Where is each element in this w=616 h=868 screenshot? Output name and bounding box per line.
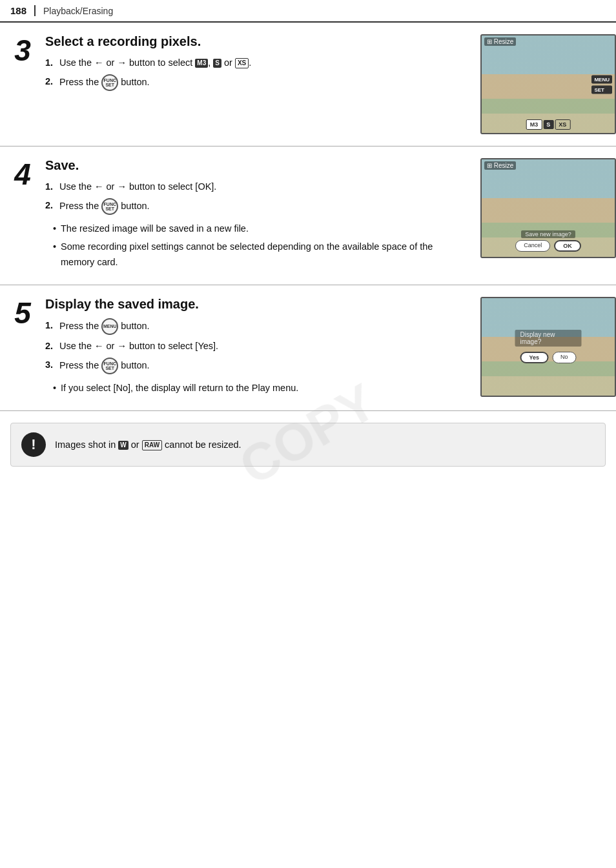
- arrow-right-icon-4: →: [117, 181, 127, 192]
- step-4-instruction-1: 1. Use the ← or → button to select [OK].: [45, 179, 457, 194]
- func-set-button-icon-5: FUNCSET: [101, 358, 118, 374]
- step-4-screen: ⊞ Resize Save new image? Cancel OK: [480, 158, 616, 258]
- menu-buttons-3: MENU SET: [591, 75, 612, 94]
- step-5-image: Display new image? Yes No: [467, 297, 616, 399]
- w-badge: W: [118, 441, 128, 450]
- step-4-image: ⊞ Resize Save new image? Cancel OK: [467, 158, 616, 273]
- s-pixel-badge: S: [543, 120, 553, 129]
- save-dialog-label: Save new image?: [521, 230, 575, 238]
- page-title: Playback/Erasing: [43, 6, 113, 16]
- step-5-number: 5: [0, 297, 45, 399]
- ok-dialog-btn: OK: [554, 240, 581, 252]
- step-3-instruction-2: 2. Press the FUNCSET button.: [45, 74, 457, 91]
- func-set-button-icon-4: FUNCSET: [101, 198, 118, 215]
- cancel-dialog-btn: Cancel: [515, 240, 550, 252]
- step-5-bullets: If you select [No], the display will ret…: [45, 381, 457, 396]
- note-box: ! Images shot in W or RAW cannot be resi…: [10, 423, 606, 467]
- set-button: SET: [591, 85, 612, 94]
- step-5-bullet-1: If you select [No], the display will ret…: [53, 381, 457, 396]
- arrow-left-icon: ←: [94, 57, 104, 68]
- step-4-number: 4: [0, 158, 45, 273]
- pixel-bottom-bar: M3 S XS: [526, 119, 571, 130]
- arrow-left-icon-5: ←: [94, 341, 104, 351]
- step-5-body: Display the saved image. 1. Press the ME…: [45, 297, 467, 399]
- no-dialog-btn: No: [552, 352, 577, 363]
- step-3-instruction-1: 1. Use the ← or → button to select M3, S…: [45, 56, 457, 70]
- raw-badge: RAW: [142, 440, 162, 450]
- step-5-instruction-2: 2. Use the ← or → button to select [Yes]…: [45, 339, 457, 354]
- screen-resize-label-4: ⊞ Resize: [484, 161, 516, 170]
- step-4-title: Save.: [45, 158, 457, 173]
- step-3-screen: ⊞ Resize MENU SET M3 S XS: [480, 34, 616, 134]
- save-dialog-buttons: Cancel OK: [515, 240, 581, 252]
- main-content: 3 Select a recording pixels. 1. Use the …: [0, 23, 616, 491]
- step-4-bullets: The resized image will be saved in a new…: [45, 221, 457, 270]
- xs-pixel-badge: XS: [555, 119, 570, 130]
- step-4-row: 4 Save. 1. Use the ← or → button to sele…: [0, 146, 616, 285]
- step-5-title: Display the saved image.: [45, 297, 457, 312]
- note-icon: !: [21, 432, 46, 457]
- step-4-bullet-1: The resized image will be saved in a new…: [53, 221, 457, 236]
- arrow-left-icon-4: ←: [94, 181, 104, 192]
- menu-circle-icon: MENU: [101, 318, 118, 335]
- page-number: 188: [10, 5, 36, 16]
- m3-pixel-badge: M3: [526, 119, 542, 130]
- step-3-number: 3: [0, 34, 45, 134]
- step-5-row: 5 Display the saved image. 1. Press the …: [0, 285, 616, 411]
- step-4-bullet-2: Some recording pixel settings cannot be …: [53, 239, 457, 269]
- menu-button: MENU: [591, 75, 612, 83]
- m3-badge: M3: [195, 59, 208, 68]
- step-5-instruction-3: 3. Press the FUNCSET button.: [45, 358, 457, 374]
- step-3-body: Select a recording pixels. 1. Use the ← …: [45, 34, 467, 134]
- yes-dialog-btn: Yes: [520, 352, 548, 363]
- step-5-screen: Display new image? Yes No: [480, 297, 616, 397]
- step-3-row: 3 Select a recording pixels. 1. Use the …: [0, 23, 616, 146]
- step-3-instructions: 1. Use the ← or → button to select M3, S…: [45, 56, 457, 91]
- display-dialog-buttons: Yes No: [520, 352, 576, 363]
- step-4-instruction-2: 2. Press the FUNCSET button.: [45, 198, 457, 215]
- xs-badge: XS: [235, 58, 249, 68]
- step-3-image: ⊞ Resize MENU SET M3 S XS: [467, 34, 616, 134]
- arrow-right-icon-5: →: [117, 341, 127, 351]
- step-3-title: Select a recording pixels.: [45, 34, 457, 49]
- page-header: 188 Playback/Erasing: [0, 0, 616, 23]
- save-dialog-area: Save new image? Cancel OK: [482, 230, 615, 252]
- display-dialog-label: Display new image?: [515, 330, 582, 347]
- step-5-instructions: 1. Press the MENU button. 2. Use the ← o…: [45, 318, 457, 396]
- display-dialog-area: Display new image? Yes No: [515, 330, 582, 363]
- s-badge: S: [213, 59, 221, 68]
- step-4-body: Save. 1. Use the ← or → button to select…: [45, 158, 467, 273]
- screen-resize-label-3: ⊞ Resize: [484, 37, 516, 46]
- func-set-button-icon: FUNCSET: [101, 74, 118, 91]
- step-4-instructions: 1. Use the ← or → button to select [OK].…: [45, 179, 457, 270]
- arrow-right-icon: →: [117, 57, 127, 68]
- step-5-instruction-1: 1. Press the MENU button.: [45, 318, 457, 335]
- note-text: Images shot in W or RAW cannot be resize…: [55, 439, 241, 450]
